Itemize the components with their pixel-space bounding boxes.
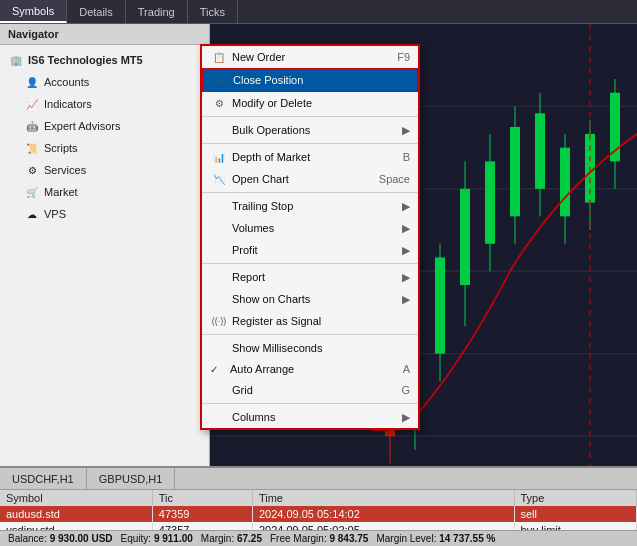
nav-item-expert-advisors[interactable]: 🤖 Expert Advisors xyxy=(0,115,209,137)
balance-bar: Balance: 9 930.00 USD Equity: 9 911.00 M… xyxy=(0,530,637,546)
menu-item-modify-delete[interactable]: ⚙ Modify or Delete xyxy=(202,92,418,114)
row2-symbol: usdjpy.std xyxy=(0,522,152,530)
menu-item-register-signal[interactable]: ((·)) Register as Signal xyxy=(202,310,418,332)
context-menu[interactable]: 📋 New Order F9 ✓ Close Position ⚙ Modify… xyxy=(200,44,420,430)
row2-type: buy limit xyxy=(514,522,637,530)
depth-icon: 📊 xyxy=(210,150,228,164)
free-margin-item: Free Margin: 9 843.75 xyxy=(270,533,368,544)
new-order-shortcut: F9 xyxy=(397,51,410,63)
nav-item-expert-advisors-label: Expert Advisors xyxy=(44,120,120,132)
nav-item-vps[interactable]: ☁ VPS xyxy=(0,203,209,225)
sep6 xyxy=(202,403,418,404)
nav-item-services[interactable]: ⚙ Services xyxy=(0,159,209,181)
chart-tabs-bar: USDCHF,H1 GBPUSD,H1 xyxy=(0,468,637,490)
services-icon: ⚙ xyxy=(24,162,40,178)
sep2 xyxy=(202,143,418,144)
menu-item-new-order[interactable]: 📋 New Order F9 xyxy=(202,46,418,68)
bulk-arrow: ▶ xyxy=(402,124,410,137)
tab-symbols[interactable]: Symbols xyxy=(0,0,67,23)
balance-label: Balance: xyxy=(8,533,47,544)
profit-arrow: ▶ xyxy=(402,244,410,257)
menu-item-bulk-operations[interactable]: Bulk Operations ▶ xyxy=(202,119,418,141)
report-icon xyxy=(210,270,228,284)
free-margin-value: 9 843.75 xyxy=(329,533,368,544)
table-row[interactable]: audusd.std 47359 2024.09.05 05:14:02 sel… xyxy=(0,506,637,522)
grid-icon xyxy=(210,383,228,397)
menu-item-columns[interactable]: Columns ▶ xyxy=(202,406,418,428)
menu-item-volumes[interactable]: Volumes ▶ xyxy=(202,217,418,239)
col-symbol: Symbol xyxy=(0,490,152,506)
menu-item-report[interactable]: Report ▶ xyxy=(202,266,418,288)
margin-level-label: Margin Level: xyxy=(376,533,436,544)
menu-item-close-position-label: Close Position xyxy=(233,74,303,86)
menu-item-depth-market[interactable]: 📊 Depth of Market B xyxy=(202,146,418,168)
row1-tic: 47359 xyxy=(152,506,252,522)
menu-item-show-charts-label: Show on Charts xyxy=(232,293,310,305)
trailing-arrow: ▶ xyxy=(402,200,410,213)
open-chart-icon: 📉 xyxy=(210,172,228,186)
nav-item-mt5[interactable]: 🏢 IS6 Technologies MT5 xyxy=(0,49,209,71)
menu-item-signal-label: Register as Signal xyxy=(232,315,321,327)
bulk-icon xyxy=(210,123,228,137)
col-tic: Tic xyxy=(152,490,252,506)
table-row[interactable]: usdjpy.std 47357 2024.09.05 05:02:05 buy… xyxy=(0,522,637,530)
menu-item-show-on-charts[interactable]: Show on Charts ▶ xyxy=(202,288,418,310)
nav-item-indicators[interactable]: 📈 Indicators xyxy=(0,93,209,115)
margin-level-value: 14 737.55 % xyxy=(439,533,495,544)
balance-value: 9 930.00 USD xyxy=(50,533,113,544)
menu-item-bulk-label: Bulk Operations xyxy=(232,124,310,136)
chart-tab-gbpusd[interactable]: GBPUSD,H1 xyxy=(87,468,176,489)
menu-item-show-ms[interactable]: Show Milliseconds xyxy=(202,337,418,359)
data-table: Symbol Tic Time Type audusd.std 47359 20… xyxy=(0,490,637,530)
close-position-icon: ✓ xyxy=(211,73,229,87)
market-icon: 🛒 xyxy=(24,184,40,200)
free-margin-label: Free Margin: xyxy=(270,533,327,544)
menu-item-auto-arrange[interactable]: ✓ Auto Arrange A xyxy=(202,359,418,379)
signal-icon: ((·)) xyxy=(210,314,228,328)
svg-rect-24 xyxy=(435,258,445,354)
menu-item-profit[interactable]: Profit ▶ xyxy=(202,239,418,261)
table-area: Symbol Tic Time Type audusd.std 47359 20… xyxy=(0,490,637,530)
sep3 xyxy=(202,192,418,193)
depth-shortcut: B xyxy=(403,151,410,163)
ms-icon xyxy=(210,341,228,355)
menu-item-trailing-stop[interactable]: Trailing Stop ▶ xyxy=(202,195,418,217)
row1-symbol: audusd.std xyxy=(0,506,152,522)
new-order-icon: 📋 xyxy=(210,50,228,64)
trailing-icon xyxy=(210,199,228,213)
columns-arrow: ▶ xyxy=(402,411,410,424)
profit-icon xyxy=(210,243,228,257)
tab-details[interactable]: Details xyxy=(67,0,126,23)
show-charts-icon xyxy=(210,292,228,306)
equity-value: 9 911.00 xyxy=(154,533,193,544)
menu-item-modify-delete-label: Modify or Delete xyxy=(232,97,312,109)
menu-item-open-chart[interactable]: 📉 Open Chart Space xyxy=(202,168,418,190)
sep4 xyxy=(202,263,418,264)
nav-item-scripts[interactable]: 📜 Scripts xyxy=(0,137,209,159)
expert-advisors-icon: 🤖 xyxy=(24,118,40,134)
modify-icon: ⚙ xyxy=(210,96,228,110)
auto-arrange-check: ✓ xyxy=(210,364,226,375)
margin-label: Margin: xyxy=(201,533,234,544)
nav-item-indicators-label: Indicators xyxy=(44,98,92,110)
nav-item-accounts[interactable]: 👤 Accounts xyxy=(0,71,209,93)
tab-trading[interactable]: Trading xyxy=(126,0,188,23)
menu-item-open-chart-label: Open Chart xyxy=(232,173,289,185)
menu-item-close-position[interactable]: ✓ Close Position xyxy=(202,68,418,92)
row2-time: 2024.09.05 05:02:05 xyxy=(252,522,514,530)
balance-item: Balance: 9 930.00 USD xyxy=(8,533,113,544)
auto-arrange-shortcut: A xyxy=(403,363,410,375)
accounts-icon: 👤 xyxy=(24,74,40,90)
menu-item-volumes-label: Volumes xyxy=(232,222,274,234)
tab-ticks[interactable]: Ticks xyxy=(188,0,238,23)
chart-tab-usdchf[interactable]: USDCHF,H1 xyxy=(0,468,87,489)
nav-item-market[interactable]: 🛒 Market xyxy=(0,181,209,203)
menu-item-columns-label: Columns xyxy=(232,411,275,423)
main-container: Symbols Details Trading Ticks Navigator … xyxy=(0,0,637,546)
volumes-icon xyxy=(210,221,228,235)
margin-item: Margin: 67.25 xyxy=(201,533,262,544)
menu-item-trailing-label: Trailing Stop xyxy=(232,200,293,212)
mt5-icon: 🏢 xyxy=(8,52,24,68)
menu-item-grid[interactable]: Grid G xyxy=(202,379,418,401)
open-chart-shortcut: Space xyxy=(379,173,410,185)
